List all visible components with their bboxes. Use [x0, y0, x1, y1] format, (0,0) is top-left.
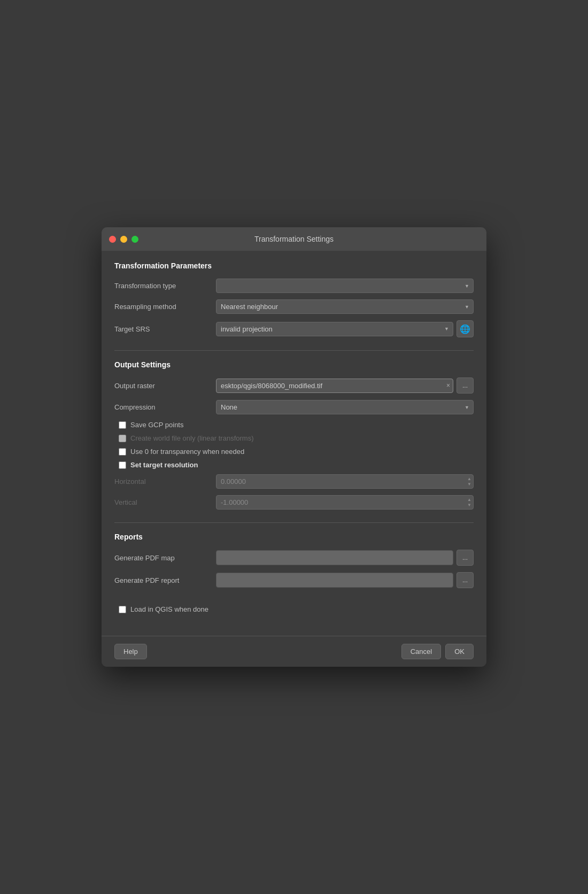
compression-label: Compression [114, 403, 216, 411]
pdf-report-label: Generate PDF report [114, 576, 216, 584]
set-target-label: Set target resolution [130, 461, 198, 469]
target-srs-select-wrapper: invalid projection [216, 322, 453, 336]
target-srs-globe-button[interactable]: 🌐 [457, 320, 474, 337]
output-raster-label: Output raster [114, 382, 216, 390]
minimize-button[interactable] [120, 236, 127, 243]
vertical-row: Vertical ▲ ▼ [114, 495, 474, 510]
divider-2 [114, 522, 474, 523]
pdf-map-control: ... [216, 550, 474, 566]
compression-control: None [216, 400, 474, 414]
horizontal-spin-down[interactable]: ▼ [466, 482, 473, 487]
pdf-report-browse-button[interactable]: ... [457, 572, 474, 588]
pdf-report-row: Generate PDF report ... [114, 572, 474, 588]
output-raster-input-wrap: × [216, 379, 453, 393]
vertical-spin-up[interactable]: ▲ [466, 497, 473, 503]
resampling-method-control: Nearest neighbour [216, 299, 474, 314]
vertical-input[interactable] [216, 495, 474, 510]
compression-select-wrapper: None [216, 400, 474, 414]
reports-section: Reports Generate PDF map ... Generate PD… [114, 533, 474, 588]
pdf-map-input[interactable] [216, 550, 453, 565]
target-srs-label: Target SRS [114, 325, 216, 333]
resampling-method-select-wrapper: Nearest neighbour [216, 299, 474, 314]
vertical-spin-arrows: ▲ ▼ [466, 497, 473, 508]
target-srs-row: Target SRS invalid projection 🌐 [114, 320, 474, 337]
transformation-type-control [216, 279, 474, 293]
horizontal-spinbox-wrap: ▲ ▼ [216, 474, 474, 489]
transformation-type-select[interactable] [216, 279, 474, 293]
pdf-map-row: Generate PDF map ... [114, 550, 474, 566]
vertical-label: Vertical [114, 498, 216, 506]
dialog-window: Transformation Settings Transformation P… [102, 227, 486, 667]
dialog-body: Transformation Parameters Transformation… [102, 251, 486, 636]
transformation-params-title: Transformation Parameters [114, 261, 474, 270]
vertical-spinbox-wrap: ▲ ▼ [216, 495, 474, 510]
load-qgis-label: Load in QGIS when done [130, 605, 208, 613]
save-gcp-checkbox[interactable] [119, 421, 126, 429]
horizontal-row: Horizontal ▲ ▼ [114, 474, 474, 489]
ok-button[interactable]: OK [445, 644, 474, 659]
output-raster-input[interactable] [216, 379, 453, 393]
vertical-spin-down[interactable]: ▼ [466, 503, 473, 508]
pdf-map-label: Generate PDF map [114, 554, 216, 562]
browse-icon: ... [462, 382, 468, 389]
pdf-report-input[interactable] [216, 573, 453, 588]
divider-1 [114, 350, 474, 351]
reports-title: Reports [114, 533, 474, 541]
maximize-button[interactable] [131, 236, 138, 243]
cancel-button[interactable]: Cancel [401, 644, 441, 659]
target-srs-control: invalid projection 🌐 [216, 320, 474, 337]
transformation-params-section: Transformation Parameters Transformation… [114, 261, 474, 337]
set-target-row: Set target resolution [114, 461, 474, 469]
load-qgis-section: Load in QGIS when done [114, 599, 474, 623]
use-zero-checkbox[interactable] [119, 448, 126, 456]
horizontal-control: ▲ ▼ [216, 474, 474, 489]
browse-icon-pdf-map: ... [462, 554, 468, 561]
output-raster-clear-button[interactable]: × [446, 382, 450, 389]
use-zero-label: Use 0 for transparency when needed [130, 448, 244, 456]
horizontal-spin-up[interactable]: ▲ [466, 476, 473, 482]
pdf-report-control: ... [216, 572, 474, 588]
create-world-checkbox [119, 435, 126, 442]
compression-row: Compression None [114, 400, 474, 414]
transformation-type-select-wrapper [216, 279, 474, 293]
window-title: Transformation Settings [254, 235, 334, 243]
clear-icon: × [446, 382, 450, 389]
browse-icon-pdf-report: ... [462, 576, 468, 584]
output-settings-section: Output Settings Output raster × ... [114, 360, 474, 510]
target-srs-select[interactable]: invalid projection [216, 322, 453, 336]
output-raster-row: Output raster × ... [114, 377, 474, 394]
transformation-type-label: Transformation type [114, 282, 216, 290]
save-gcp-row: Save GCP points [114, 421, 474, 429]
horizontal-spin-arrows: ▲ ▼ [466, 476, 473, 487]
save-gcp-label: Save GCP points [130, 421, 183, 429]
use-zero-row: Use 0 for transparency when needed [114, 448, 474, 456]
output-raster-control: × ... [216, 377, 474, 394]
action-buttons: Cancel OK [401, 644, 474, 659]
resampling-method-select[interactable]: Nearest neighbour [216, 299, 474, 314]
horizontal-label: Horizontal [114, 477, 216, 485]
output-raster-browse-button[interactable]: ... [457, 377, 474, 394]
title-bar: Transformation Settings [102, 227, 486, 251]
transformation-type-row: Transformation type [114, 279, 474, 293]
output-settings-title: Output Settings [114, 360, 474, 369]
load-qgis-checkbox[interactable] [119, 606, 126, 613]
resampling-method-row: Resampling method Nearest neighbour [114, 299, 474, 314]
vertical-control: ▲ ▼ [216, 495, 474, 510]
set-target-checkbox[interactable] [119, 461, 126, 469]
globe-icon: 🌐 [460, 324, 470, 334]
compression-select[interactable]: None [216, 400, 474, 414]
bottom-section: Help Cancel OK [102, 636, 486, 667]
create-world-row: Create world file only (linear transform… [114, 434, 474, 442]
resampling-method-label: Resampling method [114, 303, 216, 311]
help-button[interactable]: Help [114, 644, 147, 659]
pdf-map-browse-button[interactable]: ... [457, 550, 474, 566]
window-controls [109, 236, 138, 243]
create-world-label: Create world file only (linear transform… [130, 434, 253, 442]
horizontal-input[interactable] [216, 474, 474, 489]
close-button[interactable] [109, 236, 116, 243]
load-qgis-row: Load in QGIS when done [114, 605, 474, 613]
